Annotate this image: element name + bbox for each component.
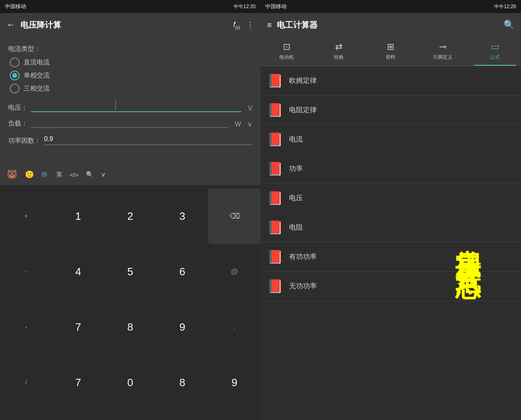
key-period[interactable]: .	[208, 299, 260, 355]
formula-item-4[interactable]: 📕 电压	[260, 183, 521, 213]
radio-dc-circle	[10, 57, 20, 67]
load-label: 负载：	[8, 119, 28, 128]
more-options-button[interactable]: ⋮	[247, 20, 254, 29]
right-app-bar: ≡ 电工计算器 🔍	[260, 13, 521, 37]
tab-motor-label: 电动机	[279, 54, 294, 61]
formula-text-0: 欧姆定律	[289, 76, 317, 85]
baidu-input-icon[interactable]: 🐻	[7, 169, 18, 180]
tab-data[interactable]: ⊞ 资料	[365, 37, 417, 66]
back-button[interactable]: ←	[7, 20, 15, 30]
left-app-bar: ← 电压降计算 f(x) ⋮	[0, 13, 260, 37]
backspace-button[interactable]: ⌫	[208, 188, 260, 244]
pin-icon: ⊸	[439, 42, 446, 52]
voltage-row: 电压： V	[8, 101, 252, 112]
search-kb-button[interactable]: 🔍	[86, 171, 94, 178]
book-icon-5: 📕	[267, 220, 283, 235]
key-slash[interactable]: /	[0, 355, 52, 410]
tab-formula-label: 公式	[490, 54, 500, 61]
tab-formula[interactable]: ▭ 公式	[469, 37, 521, 66]
formula-text-7: 无功功率	[289, 281, 317, 291]
book-icon-3: 📕	[267, 161, 283, 177]
power-factor-input[interactable]: 0.9	[44, 135, 252, 145]
right-app-title: 电工计算器	[277, 20, 499, 31]
key-0[interactable]: 0	[104, 355, 157, 410]
key-row-2: - 4 5 6 @	[0, 244, 260, 299]
key-2[interactable]: 2	[104, 188, 157, 244]
fx-button[interactable]: f(x)	[233, 20, 240, 30]
key-7[interactable]: 7	[52, 299, 104, 355]
radio-dc-label: 直流电流	[24, 58, 50, 67]
radio-ac-three[interactable]: 三相交流	[10, 84, 252, 93]
nav-tabs: ⊡ 电动机 ⇄ 转换 ⊞ 资料 ⊸ 引脚定义 ▭ 公式	[260, 37, 521, 66]
formula-item-6[interactable]: 📕 有功功率	[260, 242, 521, 272]
key-minus[interactable]: -	[0, 244, 52, 299]
keyboard-toolbar: 🐻 🙂 拼· 英 <I> 🔍 ∨	[0, 164, 260, 185]
key-row-1: + 1 2 3 ⌫	[0, 188, 260, 244]
hamburger-menu-button[interactable]: ≡	[267, 20, 272, 30]
pinyin-button[interactable]: 拼·	[41, 171, 49, 179]
key-dot-small[interactable]: •	[0, 299, 52, 355]
left-panel: 中国移动 中午12:20 ← 电压降计算 f(x) ⋮ 电流类型： 直流电流	[0, 0, 260, 420]
input-cursor	[115, 101, 116, 110]
tab-convert[interactable]: ⇄ 转换	[313, 37, 365, 66]
symbol-input-button[interactable]: <I>	[70, 171, 79, 178]
emoji-button[interactable]: 🙂	[25, 170, 34, 179]
formula-text-2: 电流	[289, 135, 303, 144]
key-plus[interactable]: +	[0, 188, 52, 244]
radio-ac-single[interactable]: 单相交流	[10, 71, 252, 80]
radio-ac-single-label: 单相交流	[24, 71, 50, 80]
formula-item-7[interactable]: 📕 无功功率	[260, 272, 521, 301]
tab-pin[interactable]: ⊸ 引脚定义	[417, 37, 469, 66]
right-panel: 中国移动 中午12:20 ≡ 电工计算器 🔍 ⊡ 电动机 ⇄ 转换 ⊞ 资料 ⊸…	[260, 0, 521, 420]
key-8-b[interactable]: 8	[156, 355, 208, 410]
tab-motor[interactable]: ⊡ 电动机	[260, 37, 313, 66]
search-button[interactable]: 🔍	[503, 20, 514, 30]
app-bar-icons: f(x) ⋮	[233, 20, 254, 30]
key-7-b[interactable]: 7	[52, 355, 104, 410]
key-4[interactable]: 4	[52, 244, 104, 299]
left-app-title: 电压降计算	[20, 20, 228, 31]
key-9[interactable]: 9	[156, 299, 208, 355]
left-time: 中午12:20	[234, 3, 256, 10]
load-input[interactable]	[31, 126, 228, 128]
key-at[interactable]: @	[208, 244, 260, 299]
current-type-group: 电流类型： 直流电流 单相交流 三相交流	[8, 45, 252, 93]
english-button[interactable]: 英	[56, 171, 62, 179]
power-factor-value: 0.9	[44, 135, 53, 142]
load-dropdown-arrow[interactable]: ∨	[247, 120, 252, 128]
key-row-3: • 7 8 9 .	[0, 299, 260, 355]
formula-text-6: 有功功率	[289, 252, 317, 261]
formula-item-3[interactable]: 📕 功率	[260, 154, 521, 183]
keyboard-keys: + 1 2 3 ⌫ - 4 5 6 @ • 7 8 9 .	[0, 185, 260, 420]
power-factor-label: 功率因数：	[8, 137, 41, 145]
key-6[interactable]: 6	[156, 244, 208, 299]
formula-item-5[interactable]: 📕 电阻	[260, 213, 521, 242]
voltage-unit: V	[248, 105, 252, 112]
radio-group: 直流电流 单相交流 三相交流	[8, 57, 252, 93]
right-time: 中午12:20	[494, 3, 516, 10]
key-1[interactable]: 1	[52, 188, 104, 244]
convert-icon: ⇄	[335, 42, 342, 52]
radio-dc[interactable]: 直流电流	[10, 57, 252, 67]
formula-item-2[interactable]: 📕 电流	[260, 125, 521, 154]
load-unit: W	[235, 121, 241, 128]
formula-list: 📕 欧姆定律 📕 电阻定律 📕 电流 📕 功率 📕 电压 📕 电阻 📕 有功功率	[260, 66, 521, 420]
form-area: 电流类型： 直流电流 单相交流 三相交流	[0, 37, 260, 164]
key-9-b[interactable]: 9	[208, 355, 260, 410]
key-8[interactable]: 8	[104, 299, 157, 355]
load-row: 负载： W ∨	[8, 119, 252, 128]
data-icon: ⊞	[387, 42, 394, 52]
book-icon-6: 📕	[267, 249, 283, 265]
tab-pin-label: 引脚定义	[433, 54, 453, 61]
formula-item-0[interactable]: 📕 欧姆定律	[260, 66, 521, 95]
key-3[interactable]: 3	[156, 188, 208, 244]
formula-item-1[interactable]: 📕 电阻定律	[260, 95, 521, 125]
formula-text-3: 功率	[289, 164, 303, 173]
key-5[interactable]: 5	[104, 244, 157, 299]
radio-ac-three-circle	[10, 84, 20, 93]
radio-ac-three-label: 三相交流	[24, 84, 50, 93]
formula-text-4: 电压	[289, 193, 303, 203]
formula-icon: ▭	[491, 42, 499, 52]
voltage-input[interactable]	[31, 101, 241, 112]
more-kb-button[interactable]: ∨	[101, 171, 106, 178]
